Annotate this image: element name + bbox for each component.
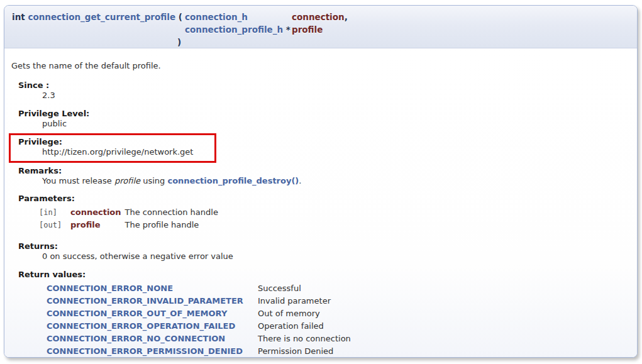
since-value: 2.3 [42,91,629,101]
param-type-link[interactable]: connection_h [185,12,248,22]
section-return-values: Return values: [18,270,629,280]
remarks-text-after: . [299,176,301,185]
signature-row: connection_profile_h * profile [12,23,348,36]
error-code-link[interactable]: CONNECTION_ERROR_NONE [47,284,173,293]
error-code-cell: CONNECTION_ERROR_OPERATION_FAILED [47,320,258,333]
function-signature-header: int connection_get_current_profile ( con… [4,6,637,48]
section-since: Since : 2.3 [18,80,629,101]
privilege-value: http://tizen.org/privilege/network.get [42,147,214,157]
error-description: There is no connection [258,333,351,345]
close-paren-cell: ) [185,36,292,48]
error-code-cell: CONNECTION_ERROR_NO_CONNECTION [47,333,258,345]
close-paren: ) [177,37,181,47]
param-type-cell: connection_profile_h * [185,23,292,36]
param-type-cell: connection_h [185,11,292,23]
return-values-table: CONNECTION_ERROR_NONE Successful CONNECT… [47,282,351,358]
signature-empty-cell [292,36,348,48]
function-name-link[interactable]: connection_get_current_profile [28,12,175,22]
param-name: profile [70,219,125,231]
return-value-row: CONNECTION_ERROR_OUT_OF_MEMORY Out of me… [47,307,351,320]
function-description: Gets the name of the default profile. [11,61,629,71]
return-value-row: CONNECTION_ERROR_OPERATION_FAILED Operat… [47,320,351,333]
remarks-text: You must release profile using connectio… [42,176,629,186]
param-name: connection [292,12,345,22]
error-code-cell: CONNECTION_ERROR_NONE [47,282,258,295]
parameter-row: [out] profile The profile handle [39,219,222,231]
param-description: The profile handle [125,219,222,231]
return-value-row: CONNECTION_ERROR_PERMISSION_DENIED Permi… [47,345,351,358]
remarks-label: Remarks: [18,166,629,176]
return-value-row: CONNECTION_ERROR_NONE Successful [47,282,351,295]
param-description: The connection handle [125,206,222,219]
destroy-function-link[interactable]: connection_profile_destroy() [167,176,299,185]
param-type-link[interactable]: connection_profile_h [185,25,283,35]
error-code-link[interactable]: CONNECTION_ERROR_OUT_OF_MEMORY [47,309,227,318]
param-direction: [in] [39,206,70,219]
function-doc-body: Gets the name of the default profile. Si… [4,48,637,358]
section-parameters: Parameters: [18,194,629,204]
signature-row: ) [12,36,348,48]
param-pointer: * [286,25,291,35]
parameter-row: [in] connection The connection handle [39,206,222,219]
error-code-link[interactable]: CONNECTION_ERROR_PERMISSION_DENIED [47,346,243,356]
param-name-cell: connection, [292,11,348,23]
parameters-table: [in] connection The connection handle [o… [39,206,222,231]
open-paren: ( [179,12,182,22]
function-doc-card: int connection_get_current_profile ( con… [4,5,638,358]
since-label: Since : [18,80,629,91]
param-direction: [out] [39,219,70,231]
privilege-highlight-box: Privilege: http://tizen.org/privilege/ne… [9,133,216,163]
error-description: Invalid parameter [258,295,351,307]
error-code-link[interactable]: CONNECTION_ERROR_NO_CONNECTION [47,334,225,343]
error-code-cell: CONNECTION_ERROR_PERMISSION_DENIED [47,345,258,358]
error-description: Successful [258,282,351,295]
return-value-row: CONNECTION_ERROR_NO_CONNECTION There is … [47,333,351,345]
return-value-row: CONNECTION_ERROR_INVALID_PARAMETER Inval… [47,295,351,307]
parameters-label: Parameters: [18,194,629,204]
section-privilege: Privilege: http://tizen.org/privilege/ne… [18,137,214,157]
signature-empty-cell [12,36,185,48]
param-name-cell: profile [292,23,348,36]
section-returns: Returns: 0 on success, otherwise a negat… [18,241,629,262]
signature-row: int connection_get_current_profile ( con… [12,11,348,23]
section-remarks: Remarks: You must release profile using … [18,166,629,186]
param-separator: , [345,12,348,22]
remarks-emphasis: profile [114,176,140,185]
error-description: Out of memory [258,307,351,320]
privilege-level-label: Privilege Level: [18,109,629,119]
remarks-text-before: You must release [42,176,114,185]
error-code-link[interactable]: CONNECTION_ERROR_OPERATION_FAILED [47,321,235,331]
error-code-cell: CONNECTION_ERROR_INVALID_PARAMETER [47,295,258,307]
signature-empty-cell [12,23,185,36]
privilege-label: Privilege: [18,137,214,147]
section-privilege-level: Privilege Level: public [18,109,629,129]
error-description: Operation failed [258,320,351,333]
signature-name-cell: int connection_get_current_profile ( [12,11,185,23]
privilege-level-value: public [42,119,629,129]
return-type: int [12,12,25,22]
returns-value: 0 on success, otherwise a negative error… [42,251,629,262]
error-code-cell: CONNECTION_ERROR_OUT_OF_MEMORY [47,307,258,320]
error-code-link[interactable]: CONNECTION_ERROR_INVALID_PARAMETER [47,296,243,306]
returns-label: Returns: [18,241,629,251]
param-name: connection [70,206,125,219]
param-name: profile [292,25,323,35]
signature-table: int connection_get_current_profile ( con… [12,11,348,48]
return-values-label: Return values: [18,270,629,280]
error-description: Permission Denied [258,345,351,358]
remarks-text-middle: using [140,176,167,185]
